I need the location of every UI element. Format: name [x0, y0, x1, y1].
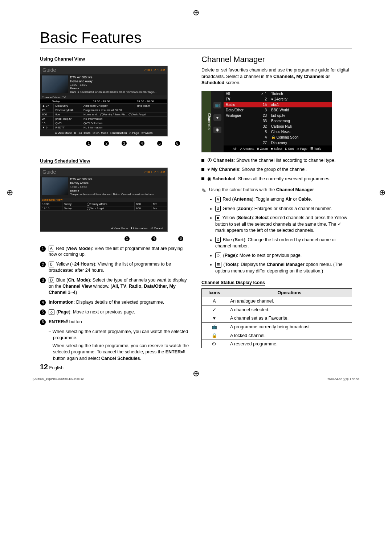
legend-list: 1A Red (View Mode): View the list of pro… [40, 246, 191, 325]
guide-clock: 2:10 Tue 1 Jun [143, 170, 165, 174]
channel-manager-heading: Channel Manager [201, 55, 352, 64]
legend-item-4: 4Information: Displays details of the se… [40, 299, 191, 305]
page-title: Basic Features [40, 29, 352, 49]
registration-mark-icon: ⊕ [379, 188, 385, 197]
cm-antenna-label: Air [233, 147, 236, 151]
callout-4: 4 [139, 141, 144, 146]
th-operations: Operations [227, 289, 352, 297]
status-icon: ♥ [202, 314, 227, 323]
channel-grid: ▲ 27DiscoveryAmerican ChopperTine Team 2… [40, 103, 167, 130]
status-icon: A [202, 297, 227, 305]
status-op: A reserved programme. [227, 340, 352, 348]
registration-mark-icon: ⊕ [7, 188, 13, 197]
scheduled-grid: 18:30Today◯Family Affairs800five19:15Tod… [40, 202, 167, 211]
note-icon: ✎ [201, 187, 206, 194]
guide-clock: 2:10 Tue 1 Jun [143, 68, 165, 72]
colour-button-item: A Red (Antenna): Toggle among Air or Cab… [215, 196, 352, 203]
scheduled-view-label: Scheduled View [40, 198, 167, 202]
channel-view-label: Channel View - TV [40, 95, 167, 99]
callout-4: 4 [151, 236, 156, 241]
guide-toolbar: A View Mode ℹ Information ⏎ Cancel [40, 225, 167, 231]
meta-desc: Dani is devastated when scott makes clea… [70, 90, 156, 94]
enter-sub-item: When selecting the future programme, you… [49, 343, 191, 362]
page-footer: 12 English [40, 363, 64, 371]
status-icon: 📺 [202, 323, 227, 331]
channel-manager-intro: Delete or set favourites channels and us… [201, 67, 352, 86]
legend-item-2: 2B Yellow (+24 Hours): Viewing the list … [40, 261, 191, 274]
print-footer: [UC4000_19]BN68-02655H-RU.indb 12 2010-0… [33, 377, 359, 381]
explain-bullet: ⦿ Channels: Shows the channel list accor… [201, 157, 352, 164]
guide-toolbar: A View Mode B +24 Hours D Ch. Mode ℹ Inf… [40, 130, 167, 136]
guide-title: Guide [42, 169, 56, 175]
callout-1: 1 [86, 141, 91, 146]
tv-icon: 📺 [213, 102, 221, 108]
colour-button-item: ☰ (Tools): Displays the Channel Manager … [215, 262, 352, 274]
status-icons-heading: Channel Status Display Icons [201, 280, 265, 286]
callout-5: 5 [157, 141, 162, 146]
guide-channel-view-screenshot: Guide 2:10 Tue 1 Jun DTV Air 800 five Ho… [40, 66, 168, 136]
th-icons: Icons [202, 289, 227, 297]
status-icon: ✓ [202, 305, 227, 314]
using-channel-view-heading: Using Channel View [40, 56, 85, 62]
meta-slot: 18:00 - 18:30 [70, 83, 156, 87]
enter-sub-item: When selecting the current programme, yo… [49, 329, 191, 341]
callout-2: 2 [104, 141, 109, 146]
legend-item-6: 6ENTER⏎ button [40, 319, 191, 325]
meta-genre: Drama [70, 87, 156, 90]
guide-scheduled-view-screenshot: Guide 2:10 Tue 1 Jun DTV Air 800 five Fa… [40, 168, 168, 231]
status-op: A programme currently being broadcast. [227, 323, 352, 331]
callout-row: 146 [40, 235, 191, 242]
schedule-icon: ◉ [213, 127, 221, 133]
explain-bullet: ◉ Scheduled: Shows all the currently res… [201, 176, 352, 182]
meta-channel: DTV Air 800 five [70, 177, 156, 181]
legend-item-3: 3D Blue (Ch. Mode): Select the type of c… [40, 277, 191, 296]
explain-bullet: ♥ My Channels: Shows the group of the ch… [201, 167, 352, 173]
explain-bullets: ⦿ Channels: Shows the channel list accor… [201, 157, 352, 182]
using-scheduled-view-heading: Using Scheduled View [40, 158, 90, 164]
status-icon: ⏲ [202, 340, 227, 348]
programme-thumbnail [42, 75, 68, 93]
callout-6: 6 [175, 141, 180, 146]
legend-item-1: 1A Red (View Mode): View the list of pro… [40, 246, 191, 258]
status-op: A locked channel. [227, 331, 352, 340]
colour-button-item: B Green (Zoom): Enlarges or shrinks a ch… [215, 206, 352, 212]
timeslot-header-row: Today 18:00 - 19:00 19:00 - 20:00 [40, 99, 167, 103]
callout-row: 123456 [40, 139, 191, 147]
colour-button-item: ■ Yellow (Select): Select desired channe… [215, 215, 352, 234]
status-op: A channel selected. [227, 305, 352, 314]
colour-button-list: A Red (Antenna): Toggle among Air or Cab… [210, 196, 352, 274]
meta-slot: 18:00 - 18:30 [70, 185, 156, 189]
guide-title: Guide [42, 67, 56, 73]
meta-programme: Home and Away [70, 79, 156, 83]
legend-item-5: 5◇ (Page): Move to next or previous page… [40, 309, 191, 315]
colour-buttons-hint: ✎ Using the colour buttons with the Chan… [201, 187, 352, 194]
cm-toolbar: A AntennaB Zoom■ SelectD Sort◇ Page☰ Too… [239, 147, 323, 151]
cm-channel-table: All✓ 11futechTV2♥ 24ore.tvRadio15abc1Dat… [224, 91, 332, 145]
meta-desc: Tanya confesses all to a stunned Babs. C… [70, 193, 156, 196]
status-icons-table: Icons Operations AAn analogue channel.✓A… [201, 288, 352, 348]
callout-1: 1 [124, 236, 130, 241]
colour-button-item: D Blue (Sort): Change the list ordered b… [215, 237, 352, 250]
registration-mark-icon: ⊕ [193, 8, 199, 17]
status-op: An analogue channel. [227, 297, 352, 305]
colour-button-item: ◇ (Page): Move to next or previous page. [215, 252, 352, 259]
cm-category-icons: 📺 ♥ ◉ [211, 91, 224, 152]
meta-genre: Drama [70, 189, 156, 193]
status-icon: 🔒 [202, 331, 227, 340]
cm-sidebar-label: Channels [202, 91, 211, 152]
status-op: A channel set as a Favourite. [227, 314, 352, 323]
meta-channel: DTV Air 800 five [70, 75, 156, 79]
meta-programme: Family Affairs [70, 181, 156, 185]
programme-thumbnail [42, 177, 68, 195]
callout-3: 3 [122, 141, 127, 146]
channel-manager-screenshot: Channels 📺 ♥ ◉ All✓ 11futechTV2♥ 24ore.t… [201, 91, 332, 152]
heart-icon: ♥ [213, 114, 221, 121]
enter-button-sublist: When selecting the current programme, yo… [49, 329, 191, 362]
callout-6: 6 [178, 236, 183, 241]
